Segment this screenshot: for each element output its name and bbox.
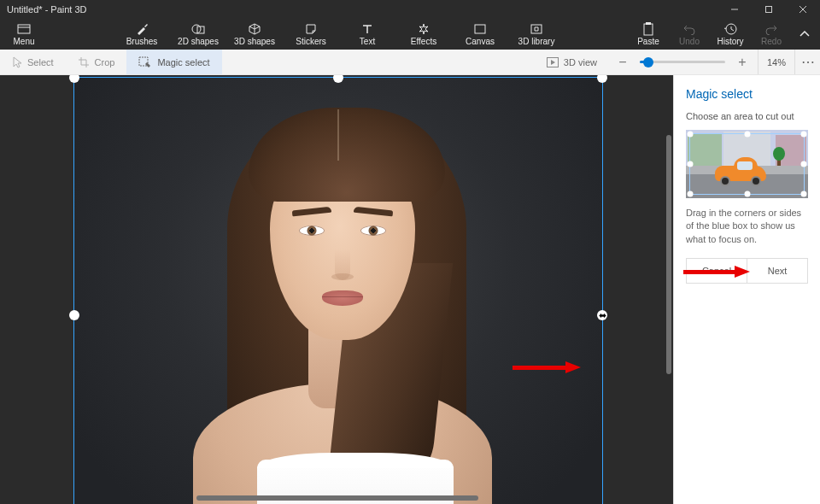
svg-rect-1 [766, 7, 772, 13]
next-button[interactable]: Next [747, 259, 807, 283]
svg-rect-4 [18, 25, 30, 33]
zoom-percentage[interactable]: 14% [758, 50, 794, 74]
menu-button[interactable]: Menu [0, 19, 48, 50]
annotation-arrow-canvas [512, 361, 581, 373]
menu-icon [17, 22, 31, 36]
effects-tab[interactable]: Effects [403, 19, 444, 50]
2d-shapes-tab[interactable]: 2D shapes [178, 19, 219, 50]
shapes-2d-icon [191, 22, 205, 36]
ribbon: Menu Brushes 2D shapes 3D shapes Sticker… [0, 19, 820, 50]
play-3d-icon [547, 57, 559, 67]
zoom-control: − + [607, 50, 758, 74]
text-tab[interactable]: Text [347, 19, 388, 50]
history-button[interactable]: History [712, 19, 748, 50]
panel-title: Magic select [686, 87, 808, 101]
canvas-icon [473, 22, 487, 36]
brushes-tab[interactable]: Brushes [121, 19, 162, 50]
crop-tool[interactable]: Crop [66, 50, 127, 74]
window-title: Untitled* - Paint 3D [7, 4, 87, 15]
horizontal-scrollbar[interactable] [196, 495, 478, 501]
undo-button[interactable]: Undo [671, 19, 707, 50]
panel-instructions: Drag in the corners or sides of the blue… [686, 207, 808, 246]
history-icon [723, 22, 737, 36]
minimize-button[interactable] [718, 0, 752, 19]
3d-shapes-tab[interactable]: 3D shapes [234, 19, 275, 50]
paste-button[interactable]: Paste [630, 19, 666, 50]
preview-image [686, 130, 808, 198]
library-3d-icon [530, 22, 543, 36]
svg-rect-10 [644, 24, 653, 35]
magic-select-icon [138, 56, 152, 68]
maximize-button[interactable] [752, 0, 786, 19]
text-icon [360, 22, 374, 36]
ribbon-collapse-button[interactable] [794, 19, 815, 50]
canvas-image [73, 75, 603, 504]
zoom-slider[interactable] [640, 61, 725, 63]
shapes-3d-icon [248, 22, 261, 36]
3d-library-tab[interactable]: 3D library [516, 19, 557, 50]
panel-button-row: Cancel Next [686, 258, 808, 284]
svg-rect-9 [531, 25, 542, 33]
more-options-button[interactable]: ⋯ [794, 50, 820, 74]
panel-subtitle: Choose an area to cut out [686, 111, 808, 121]
side-panel: Magic select Choose an area to cut out D… [673, 75, 820, 504]
title-bar: Untitled* - Paint 3D [0, 0, 820, 19]
svg-rect-11 [646, 22, 651, 25]
stickers-tab[interactable]: Stickers [290, 19, 331, 50]
close-button[interactable] [786, 0, 820, 19]
zoom-out-button[interactable]: − [614, 54, 631, 71]
cancel-button[interactable]: Cancel [687, 259, 747, 283]
select-tool[interactable]: Select [0, 50, 66, 74]
svg-rect-8 [475, 25, 485, 33]
brush-icon [135, 22, 149, 36]
paste-icon [641, 22, 655, 36]
undo-icon [682, 22, 696, 36]
crop-icon [78, 56, 90, 68]
secondary-toolbar: Select Crop Magic select 3D view − + 14%… [0, 50, 820, 75]
menu-label: Menu [13, 37, 34, 46]
stickers-icon [304, 22, 318, 36]
effects-icon [417, 22, 430, 36]
redo-icon [764, 22, 778, 36]
redo-button[interactable]: Redo [753, 19, 789, 50]
cursor-icon [12, 56, 22, 68]
vertical-scrollbar[interactable] [666, 135, 671, 374]
canvas-tab[interactable]: Canvas [460, 19, 501, 50]
canvas-area[interactable]: ⬌ [0, 75, 673, 504]
zoom-in-button[interactable]: + [734, 54, 751, 71]
3d-view-toggle[interactable]: 3D view [536, 50, 607, 74]
magic-select-tool[interactable]: Magic select [126, 50, 221, 74]
